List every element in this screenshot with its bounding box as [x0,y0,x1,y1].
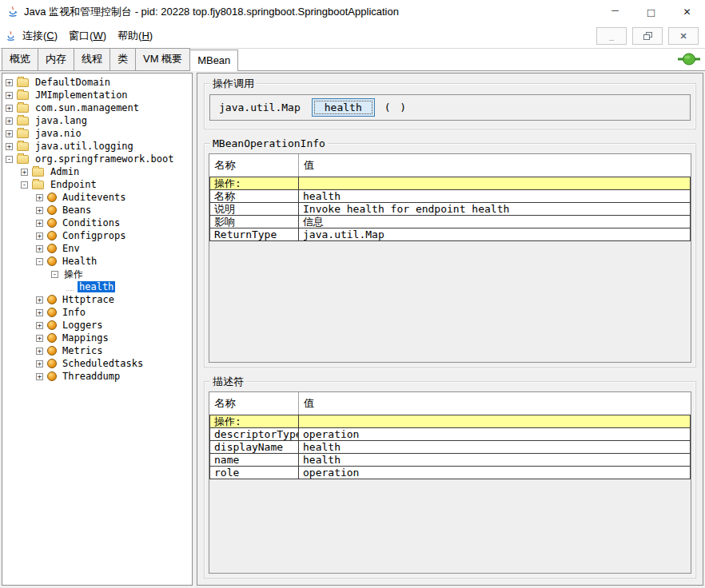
cell-name[interactable]: name [210,454,299,467]
tab-threads[interactable]: 线程 [74,48,110,70]
cell-name[interactable]: 说明 [210,203,299,216]
cell-name[interactable]: 影响 [210,216,299,228]
tab-vm-summary[interactable]: VM 概要 [135,48,190,70]
column-header-name[interactable]: 名称 [210,154,299,177]
expand-icon[interactable]: + [36,309,43,316]
tree-item-Mappings[interactable]: +Mappings [2,332,192,344]
tree-item-Auditevents[interactable]: +Auditevents [2,191,192,204]
cell-value[interactable]: health [299,454,691,467]
tree-item-java.util.logging[interactable]: +java.util.logging [2,140,192,153]
column-header-value[interactable]: 值 [299,154,691,177]
expand-icon[interactable]: + [36,322,43,329]
table-row[interactable]: displayNamehealth [210,441,691,454]
expand-icon[interactable]: + [36,220,43,227]
tree-item-Beans[interactable]: +Beans [2,204,192,217]
cell-name[interactable]: 操作: [210,415,299,428]
expand-icon[interactable]: + [36,245,43,252]
frame-restore-button[interactable] [632,27,663,45]
cell-name[interactable]: role [210,467,299,479]
folder-icon [17,104,29,113]
tree-item-health[interactable]: health [2,280,192,293]
tree-item-label: Conditions [61,217,121,228]
expand-icon[interactable]: + [6,92,13,99]
tree-item-org.springframework.boot[interactable]: -org.springframework.boot [2,153,192,165]
tab-classes[interactable]: 类 [110,48,136,70]
close-button[interactable]: ✕ [669,0,705,24]
cell-name[interactable]: displayName [210,441,299,454]
tree-item-Httptrace[interactable]: +Httptrace [2,293,192,306]
expand-icon[interactable]: + [36,207,43,214]
minimize-button[interactable]: ─ [597,0,633,24]
expand-icon[interactable]: + [6,130,13,137]
tab-memory[interactable]: 内存 [38,48,74,70]
expand-icon[interactable]: + [36,335,43,342]
tree-item-操作[interactable]: -操作 [2,268,192,280]
tree-item-Configprops[interactable]: +Configprops [2,229,192,242]
tree-item-com.sun.management[interactable]: +com.sun.management [2,101,192,114]
cell-name[interactable]: ReturnType [210,228,299,241]
cell-value[interactable]: Invoke health for endpoint health [299,203,691,216]
menu-item-connection[interactable]: 连接(C) [17,26,63,46]
tree-item-DefaultDomain[interactable]: +DefaultDomain [2,76,192,89]
expand-icon[interactable]: + [6,79,13,86]
table-row[interactable]: 操作: [210,177,691,190]
tree-item-Metrics[interactable]: +Metrics [2,344,192,357]
frame-minimize-button[interactable]: _ [596,27,627,45]
tree-item-Endpoint[interactable]: -Endpoint [2,178,192,191]
tab-overview[interactable]: 概览 [2,48,38,70]
cell-name[interactable]: 操作: [210,177,299,190]
tree-item-java.lang[interactable]: +java.lang [2,114,192,127]
tree-item-Info[interactable]: +Info [2,306,192,319]
tab-mbean[interactable]: MBean [189,50,238,70]
table-row[interactable]: roleoperation [210,467,691,479]
menu-item-help[interactable]: 帮助(H) [112,26,158,46]
tree-item-Threaddump[interactable]: +Threaddump [2,370,192,383]
tree-item-Health[interactable]: -Health [2,255,192,268]
collapse-icon[interactable]: - [51,271,58,278]
tree-item-Admin[interactable]: +Admin [2,165,192,178]
expand-icon[interactable]: + [36,360,43,368]
cell-value[interactable] [299,177,691,190]
table-row[interactable]: 说明Invoke health for endpoint health [210,203,691,216]
table-row[interactable]: descriptorTypeoperation [210,428,691,441]
tree-item-JMImplementation[interactable]: +JMImplementation [2,89,192,101]
health-operation-button[interactable]: health [312,98,375,117]
table-row[interactable]: 影响信息 [210,216,691,228]
tree-item-Loggers[interactable]: +Loggers [2,319,192,332]
cell-value[interactable]: java.util.Map [299,228,691,241]
cell-value[interactable] [299,415,691,428]
cell-name[interactable]: 名称 [210,190,299,203]
expand-icon[interactable]: + [36,296,43,304]
cell-value[interactable]: 信息 [299,216,691,228]
maximize-button[interactable]: □ [633,0,669,24]
cell-value[interactable]: operation [299,428,691,441]
collapse-icon[interactable]: - [36,258,43,265]
collapse-icon[interactable]: - [6,156,13,163]
cell-value[interactable]: health [299,441,691,454]
expand-icon[interactable]: + [36,348,43,355]
column-header-value[interactable]: 值 [299,392,691,415]
menu-item-window[interactable]: 窗口(W) [63,26,112,46]
expand-icon[interactable]: + [36,232,43,240]
expand-icon[interactable]: + [6,143,13,150]
tree-item-Conditions[interactable]: +Conditions [2,217,192,229]
cell-value[interactable]: health [299,190,691,203]
tree-item-Scheduledtasks[interactable]: +Scheduledtasks [2,357,192,370]
cell-name[interactable]: descriptorType [210,428,299,441]
table-row[interactable]: 名称health [210,190,691,203]
expand-icon[interactable]: + [6,117,13,125]
collapse-icon[interactable]: - [21,181,28,189]
expand-icon[interactable]: + [36,194,43,201]
expand-icon[interactable]: + [36,373,43,380]
tree-item-label: DefaultDomain [34,77,112,88]
expand-icon[interactable]: + [21,169,28,176]
tree-item-java.nio[interactable]: +java.nio [2,127,192,140]
expand-icon[interactable]: + [6,105,13,112]
tree-item-Env[interactable]: +Env [2,242,192,255]
column-header-name[interactable]: 名称 [210,392,299,415]
table-row[interactable]: namehealth [210,454,691,467]
cell-value[interactable]: operation [299,467,691,479]
table-row[interactable]: 操作: [210,415,691,428]
table-row[interactable]: ReturnTypejava.util.Map [210,228,691,241]
frame-close-button[interactable]: ✕ [668,27,699,45]
